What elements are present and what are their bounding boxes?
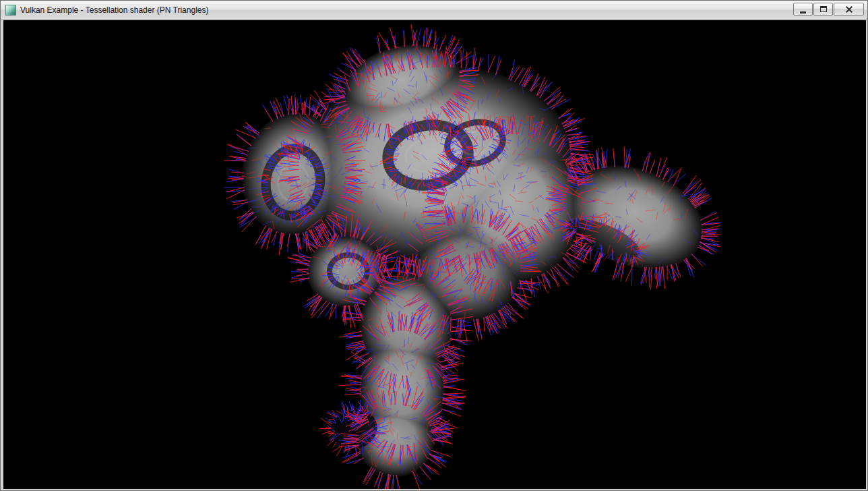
maximize-icon [820, 6, 827, 12]
render-canvas[interactable] [3, 20, 866, 489]
minimize-icon [800, 11, 806, 13]
minimize-button[interactable] [793, 3, 813, 16]
app-icon[interactable] [5, 5, 16, 16]
close-icon [845, 5, 853, 13]
titlebar[interactable]: Vulkan Example - Tessellation shader (PN… [1, 1, 867, 20]
window-controls [793, 1, 864, 16]
viewport[interactable] [3, 20, 866, 489]
window-title: Vulkan Example - Tessellation shader (PN… [20, 5, 208, 15]
maximize-button[interactable] [813, 3, 833, 16]
close-button[interactable] [834, 3, 864, 16]
app-window: Vulkan Example - Tessellation shader (PN… [0, 0, 868, 491]
